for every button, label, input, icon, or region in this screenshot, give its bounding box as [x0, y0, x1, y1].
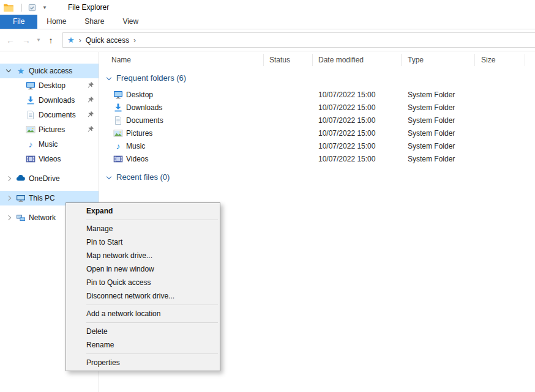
qat-dropdown-caret-icon[interactable]: ▼	[42, 5, 47, 10]
menu-separator	[86, 322, 218, 323]
documents-icon	[26, 110, 36, 120]
music-note-icon: ♪	[26, 139, 36, 149]
sidebar-item-label: Downloads	[39, 96, 75, 105]
file-row-videos[interactable]: Videos 10/07/2022 15:00 System Folder	[100, 153, 535, 166]
chevron-down-icon[interactable]	[6, 67, 11, 72]
back-button[interactable]: ←	[2, 35, 18, 45]
chevron-right-icon[interactable]	[6, 176, 11, 181]
sidebar-item-label: Videos	[39, 155, 61, 163]
menu-item-pin-to-quick-access[interactable]: Pin to Quick access	[66, 276, 220, 289]
tab-file[interactable]: File	[0, 15, 37, 29]
menu-item-add-a-network-location[interactable]: Add a network location	[66, 307, 220, 320]
network-icon	[16, 213, 26, 223]
sidebar-item-label: Documents	[39, 111, 76, 119]
menu-item-properties[interactable]: Properties	[66, 356, 220, 369]
menu-item-delete[interactable]: Delete	[66, 325, 220, 338]
chevron-right-icon[interactable]	[6, 196, 11, 201]
file-type: System Folder	[408, 129, 455, 138]
breadcrumb-chevron-icon[interactable]: ›	[133, 36, 136, 45]
column-header-status[interactable]: Status	[269, 56, 290, 64]
documents-icon	[113, 116, 123, 125]
titlebar-separator	[21, 4, 22, 12]
frequent-folders-list: Desktop 10/07/2022 15:00 System Folder D…	[100, 89, 535, 166]
sidebar-item-label: Desktop	[39, 81, 65, 90]
up-button[interactable]: ↑	[43, 35, 59, 45]
chevron-right-icon[interactable]	[6, 215, 11, 220]
column-header-name[interactable]: Name	[111, 56, 131, 64]
sidebar-item-quick-access[interactable]: ★ Quick access	[0, 64, 99, 78]
group-header-frequent-folders[interactable]: Frequent folders (6)	[100, 72, 535, 85]
chevron-down-icon[interactable]	[107, 75, 111, 80]
sidebar-item-label: OneDrive	[29, 174, 60, 183]
menu-item-manage[interactable]: Manage	[66, 222, 220, 235]
breadcrumb[interactable]: Quick access	[86, 36, 129, 45]
sidebar-item-videos[interactable]: Videos	[0, 152, 99, 166]
quick-access-star-icon: ★	[67, 36, 75, 44]
file-row-desktop[interactable]: Desktop 10/07/2022 15:00 System Folder	[100, 89, 535, 102]
menu-item-pin-to-start[interactable]: Pin to Start	[66, 235, 220, 249]
recent-locations-caret-icon[interactable]: ▼	[34, 37, 43, 43]
sidebar-item-pictures[interactable]: Pictures	[0, 122, 99, 137]
group-header-recent-files[interactable]: Recent files (0)	[100, 171, 535, 184]
quick-access-star-icon: ★	[16, 66, 26, 76]
pin-icon	[86, 111, 94, 119]
quick-access-toolbar-icon[interactable]	[28, 3, 37, 12]
column-resize-handle[interactable]	[312, 54, 313, 66]
menu-item-open-in-new-window[interactable]: Open in new window	[66, 262, 220, 276]
tab-view[interactable]: View	[113, 15, 148, 29]
tab-home[interactable]: Home	[37, 15, 75, 29]
chevron-down-icon[interactable]	[107, 174, 111, 179]
file-type: System Folder	[408, 116, 455, 125]
navigation-toolbar: ← → ▼ ↑ ★ › Quick access ›	[0, 29, 535, 51]
sidebar-item-downloads[interactable]: Downloads	[0, 93, 99, 108]
onedrive-cloud-icon	[16, 174, 26, 183]
music-note-icon: ♪	[113, 141, 123, 151]
address-bar[interactable]: ★ › Quick access ›	[62, 32, 535, 48]
sidebar-item-onedrive[interactable]: OneDrive	[0, 171, 99, 186]
column-header-type[interactable]: Type	[408, 56, 424, 64]
file-row-documents[interactable]: Documents 10/07/2022 15:00 System Folder	[100, 114, 535, 127]
forward-button[interactable]: →	[18, 35, 34, 45]
file-name: Documents	[126, 116, 163, 125]
file-type: System Folder	[408, 91, 455, 99]
menu-item-disconnect-network-drive[interactable]: Disconnect network drive...	[66, 289, 220, 303]
file-date-modified: 10/07/2022 15:00	[318, 129, 375, 138]
breadcrumb-chevron-icon[interactable]: ›	[79, 36, 81, 45]
column-resize-handle[interactable]	[525, 54, 525, 66]
title-bar: ▼ File Explorer	[0, 0, 535, 15]
menu-separator	[86, 305, 218, 305]
file-name: Music	[126, 142, 145, 150]
file-row-pictures[interactable]: Pictures 10/07/2022 15:00 System Folder	[100, 127, 535, 140]
pin-icon	[86, 125, 94, 133]
column-resize-handle[interactable]	[401, 54, 402, 66]
file-row-music[interactable]: ♪ Music 10/07/2022 15:00 System Folder	[100, 140, 535, 153]
column-header-size[interactable]: Size	[481, 56, 495, 64]
window-title: File Explorer	[68, 3, 109, 12]
ribbon-tab-bar: File Home Share View	[0, 15, 535, 29]
pin-icon	[86, 96, 94, 104]
sidebar-item-music[interactable]: ♪ Music	[0, 137, 99, 152]
tab-share[interactable]: Share	[75, 15, 113, 29]
menu-item-rename[interactable]: Rename	[66, 338, 220, 352]
sidebar-item-documents[interactable]: Documents	[0, 108, 99, 122]
sidebar-item-desktop[interactable]: Desktop	[0, 78, 99, 93]
sidebar-item-label: This PC	[29, 194, 55, 202]
column-resize-handle[interactable]	[474, 54, 475, 66]
pictures-icon	[113, 128, 123, 138]
menu-separator	[86, 220, 218, 220]
group-header-label: Frequent folders (6)	[116, 73, 186, 83]
file-name: Downloads	[126, 103, 162, 112]
file-date-modified: 10/07/2022 15:00	[318, 91, 375, 99]
sidebar-item-label: Quick access	[29, 67, 72, 75]
group-header-label: Recent files (0)	[116, 172, 170, 182]
context-menu: Expand Manage Pin to Start Map network d…	[65, 202, 220, 371]
file-row-downloads[interactable]: Downloads 10/07/2022 15:00 System Folder	[100, 102, 535, 114]
file-name: Videos	[126, 155, 148, 163]
menu-item-expand[interactable]: Expand	[66, 204, 220, 218]
column-header-date-modified[interactable]: Date modified	[318, 56, 364, 64]
file-date-modified: 10/07/2022 15:00	[318, 155, 375, 163]
column-resize-handle[interactable]	[263, 54, 264, 66]
menu-item-map-network-drive[interactable]: Map network drive...	[66, 249, 220, 262]
desktop-icon	[26, 81, 36, 91]
downloads-icon	[26, 95, 36, 105]
